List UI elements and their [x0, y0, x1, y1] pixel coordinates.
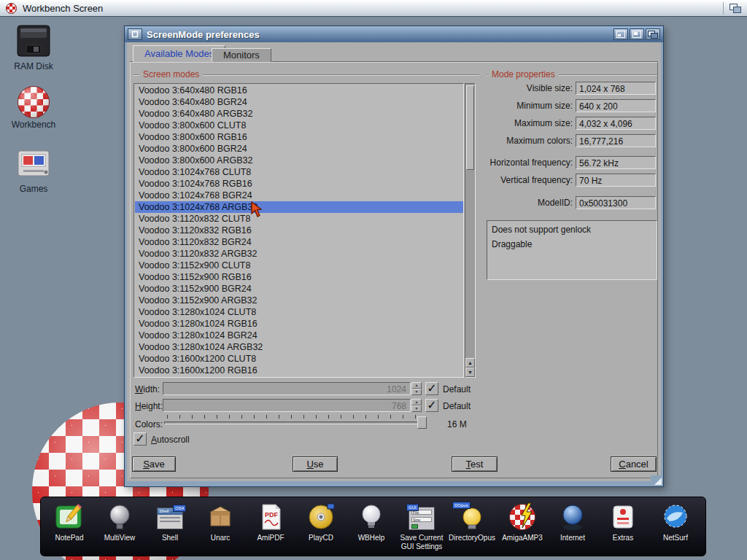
- width-field[interactable]: 1024: [163, 382, 411, 395]
- mode-row[interactable]: Voodoo 3:1152x900 ARGB32: [135, 295, 463, 306]
- dock-item-multiview[interactable]: MultiView: [96, 501, 144, 542]
- height-field[interactable]: 768: [163, 399, 411, 412]
- mode-row[interactable]: Voodoo 3:800x600 RGB16: [135, 131, 463, 143]
- mode-row[interactable]: Voodoo 3:640x480 RGB16: [135, 85, 463, 96]
- property-label: Maximum colors:: [487, 136, 573, 146]
- dock-item-extras[interactable]: Extras: [599, 501, 647, 542]
- mode-row[interactable]: Voodoo 3:800x600 CLUT8: [135, 120, 463, 131]
- mode-row[interactable]: Voodoo 3:1600x1200 RGB16: [135, 365, 463, 376]
- height-default-checkbox[interactable]: [425, 399, 438, 412]
- depth-gadget[interactable]: [646, 28, 660, 40]
- dock-item-unarc[interactable]: Unarc: [196, 501, 244, 542]
- unarc-icon: [205, 501, 236, 533]
- height-stepper[interactable]: [411, 399, 422, 412]
- desktop-icon-workbench[interactable]: Workbench: [6, 86, 61, 130]
- dock-item-label: Unarc: [211, 534, 231, 542]
- stepper-down-icon[interactable]: [411, 405, 422, 412]
- mode-row[interactable]: Voodoo 3:1152x900 BGR24: [135, 283, 463, 295]
- mode-row[interactable]: Voodoo 3:1600x1200 CLUT8: [135, 353, 463, 365]
- dock-item-notepad[interactable]: NotePad: [45, 501, 93, 542]
- dock-item-label: NotePad: [55, 534, 84, 542]
- mode-row[interactable]: Voodoo 3:1280x1024 CLUT8: [135, 306, 463, 318]
- screenmode-preferences-window: ScreenMode preferences Available Modes M…: [124, 26, 664, 487]
- tab-content-panel: Screen modes Mode properties Voodoo 3:64…: [130, 62, 658, 478]
- mode-row[interactable]: Voodoo 3:1152x900 RGB16: [135, 271, 463, 283]
- scroll-down-arrow-icon[interactable]: [465, 368, 475, 377]
- mode-row[interactable]: Voodoo 3:640x480 ARGB32: [135, 108, 463, 120]
- property-label: Visible size:: [487, 83, 573, 93]
- dock-item-label: AmigaAMP3: [502, 534, 543, 542]
- amipdf-icon: PDF: [255, 501, 286, 533]
- mode-row-selected[interactable]: Voodoo 3:747x560 ARGB32: [135, 201, 463, 213]
- width-default-label: Default: [443, 384, 471, 394]
- boing-ball-icon: [6, 86, 61, 118]
- property-value: 56.72 kHz: [576, 156, 656, 169]
- mode-row[interactable]: Voodoo 3:1120x832 BGR24: [135, 236, 463, 248]
- mode-row[interactable]: Voodoo 3:640x480 BGR24: [135, 96, 463, 108]
- amidock: NotePad MultiView Shell OS4 Shell Unarc …: [40, 497, 706, 556]
- property-value: 70 Hz: [576, 174, 656, 187]
- depth-icon: [648, 31, 658, 39]
- mode-row[interactable]: Voodoo 3:1280x1024 ARGB32: [135, 341, 463, 353]
- mode-row[interactable]: Voodoo 3:1120x832 RGB16: [135, 225, 463, 236]
- mode-row[interactable]: Voodoo 3:747x560 BGR24: [135, 190, 463, 201]
- games-drive-icon: [6, 146, 61, 182]
- stepper-up-icon[interactable]: [411, 382, 422, 389]
- mode-row[interactable]: Voodoo 3:1120x832 CLUT8: [135, 213, 463, 225]
- dock-item-label: Internet: [560, 534, 585, 542]
- tab-monitors[interactable]: Monitors: [212, 48, 271, 62]
- screen-modes-list[interactable]: Voodoo 3:640x480 RGB16Voodoo 3:640x480 B…: [133, 83, 464, 378]
- tab-bar: Available Modes Monitors: [130, 45, 658, 62]
- mode-row[interactable]: Voodoo 3:1120x832 ARGB32: [135, 248, 463, 260]
- lightning-bolt-icon: [519, 502, 535, 530]
- use-button[interactable]: Use: [293, 456, 338, 472]
- mode-properties-group-separator: Mode properties: [487, 74, 657, 75]
- mode-properties-group-label: Mode properties: [488, 69, 559, 79]
- resize-gadget[interactable]: [651, 475, 663, 486]
- scrollbar-thumb[interactable]: [466, 85, 474, 170]
- screen-depth-gadget[interactable]: [723, 2, 741, 15]
- dock-item-amipdf[interactable]: PDF AmiPDF: [247, 501, 295, 542]
- stepper-up-icon[interactable]: [411, 399, 422, 405]
- save-button[interactable]: Save: [132, 456, 176, 472]
- width-stepper[interactable]: [411, 382, 422, 395]
- dock-item-netsurf[interactable]: NetSurf: [651, 501, 700, 542]
- desktop-icon-ram-disk[interactable]: RAM Disk: [6, 23, 61, 71]
- slider-thumb[interactable]: [417, 416, 427, 429]
- width-default-checkbox[interactable]: [425, 382, 438, 395]
- mode-properties-fields: Visible size:1,024 x 768Minimum size:640…: [487, 82, 657, 228]
- close-gadget[interactable]: [128, 28, 142, 40]
- dock-item-amigaamp[interactable]: AmigaAMP3: [498, 501, 546, 542]
- note-line: Does not support genlock: [492, 225, 652, 235]
- desktop-icon-games[interactable]: Games: [6, 146, 61, 194]
- depth-icon: [729, 4, 741, 13]
- autoscroll-checkbox[interactable]: [133, 432, 147, 446]
- dock-item-playcd[interactable]: PlayCD: [297, 501, 345, 542]
- zoom-gadget[interactable]: [630, 28, 644, 40]
- test-button[interactable]: Test: [452, 456, 498, 472]
- modes-scrollbar[interactable]: [465, 83, 476, 378]
- dock-item-shell[interactable]: Shell OS4 Shell: [146, 501, 194, 542]
- mode-row[interactable]: Voodoo 3:800x600 BGR24: [135, 143, 463, 155]
- window-titlebar[interactable]: ScreenMode preferences: [125, 26, 663, 42]
- extras-icon: [608, 501, 638, 533]
- dock-item-directoryopus[interactable]: DOpus DirectoryOpus: [448, 501, 496, 542]
- dock-item-save-gui-settings[interactable]: GUI File: Size: Save Current GUI Setting…: [398, 501, 446, 551]
- scroll-up-arrow-icon[interactable]: [465, 358, 475, 368]
- mode-row[interactable]: Voodoo 3:1152x900 CLUT8: [135, 260, 463, 271]
- cancel-button[interactable]: Cancel: [611, 456, 657, 472]
- mode-row[interactable]: Voodoo 3:1280x1024 BGR24: [135, 330, 463, 341]
- iconify-gadget[interactable]: [614, 28, 628, 40]
- stepper-down-icon[interactable]: [411, 389, 422, 395]
- colors-slider[interactable]: [164, 415, 427, 429]
- playcd-icon: [306, 501, 336, 533]
- mode-row[interactable]: Voodoo 3:747x560 CLUT8: [135, 166, 463, 178]
- screen-modes-group-separator: Screen modes: [133, 74, 479, 75]
- dock-item-wbhelp[interactable]: WBHelp: [347, 501, 395, 542]
- dopus-badge: DOpus: [452, 502, 471, 509]
- mode-row[interactable]: Voodoo 3:747x560 RGB16: [135, 178, 463, 190]
- mode-row[interactable]: Voodoo 3:800x600 ARGB32: [135, 155, 463, 166]
- gui-badge: GUI: [406, 504, 419, 511]
- dock-item-internet[interactable]: Internet: [549, 501, 597, 542]
- mode-row[interactable]: Voodoo 3:1280x1024 RGB16: [135, 318, 463, 330]
